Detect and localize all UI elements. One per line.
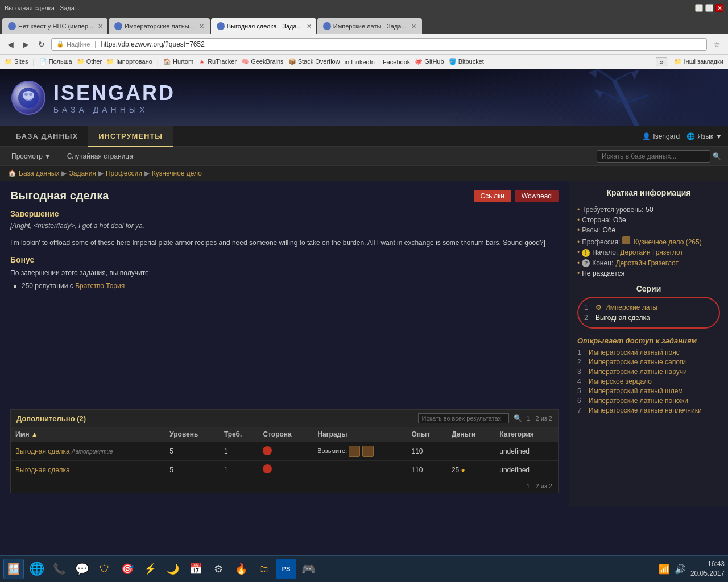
bookmark-import[interactable]: 📁 Імпортовано — [106, 58, 152, 65]
breadcrumb-blacksmithing[interactable]: Кузнечное дело — [152, 169, 202, 177]
nav-tab-tools[interactable]: ИНСТРУМЕНТЫ — [88, 126, 173, 147]
browser-tab-1[interactable]: Нет квест у НПС (импер... ✕ — [2, 18, 107, 34]
opens-link-3[interactable]: Императорские латные наручи — [589, 368, 687, 376]
forward-button[interactable]: ▶ — [20, 39, 32, 50]
info-profession: Профессия: Кузнечное дело (265) — [577, 236, 720, 246]
breadcrumb-quests[interactable]: Задания — [69, 169, 96, 177]
profession-link[interactable]: Кузнечное дело (265) — [634, 238, 701, 246]
taskbar-flash-icon[interactable]: ⚡ — [140, 559, 160, 579]
other-bookmarks[interactable]: 📁 Інші закладки — [674, 58, 723, 65]
bookmark-other[interactable]: 📁 Other — [77, 58, 102, 65]
table-title: Дополнительно (2) — [16, 414, 86, 423]
lock-icon: 🔒 — [56, 40, 64, 48]
row1-req: 1 — [220, 442, 259, 461]
bookmark-polska[interactable]: 📄 Польша — [39, 58, 72, 65]
svg-point-10 — [23, 91, 34, 100]
col-rewards[interactable]: Награды — [313, 427, 407, 442]
tab-close-2[interactable]: ✕ — [199, 23, 204, 30]
taskbar-gear-icon[interactable]: ⚙ — [208, 559, 229, 579]
taskbar-ps-icon[interactable]: PS — [276, 559, 296, 579]
taskbar-calendar-icon[interactable]: 📅 — [185, 559, 206, 579]
end-npc-link[interactable]: Деротайн Грязеглот — [615, 259, 679, 267]
bookmark-facebook[interactable]: f Facebook — [379, 59, 410, 65]
col-req[interactable]: Треб. — [220, 427, 259, 442]
taskbar-moon-icon[interactable]: 🌙 — [163, 559, 183, 579]
search-input[interactable] — [597, 150, 710, 163]
browse-button[interactable]: Просмотр ▼ — [7, 151, 56, 162]
bookmark-linkedin[interactable]: in LinkedIn — [345, 59, 375, 65]
bookmark-bitbucket[interactable]: 🪣 Bitbucket — [449, 58, 484, 65]
opens-link-5[interactable]: Императорский латный шлем — [589, 387, 683, 395]
maximize-button[interactable]: □ — [705, 4, 713, 12]
col-name[interactable]: Имя ▲ — [11, 427, 165, 442]
col-level[interactable]: Уровень — [165, 427, 220, 442]
col-exp[interactable]: Опыт — [407, 427, 447, 442]
bookmark-rutracker[interactable]: 🔺 RuTracker — [198, 58, 237, 65]
bookmark-github[interactable]: 🐙 GitHub — [415, 58, 444, 65]
bookmark-sites[interactable]: 📁 Sites — [5, 58, 28, 65]
nav-lang-button[interactable]: 🌐 Язык ▼ — [686, 132, 722, 140]
close-button[interactable]: ✕ — [715, 4, 723, 12]
opens-link-6[interactable]: Императорские латные поножи — [589, 397, 688, 405]
taskbar-shield-icon[interactable]: 🛡 — [94, 559, 115, 579]
start-button[interactable]: 🪟 — [3, 559, 24, 579]
browser-tab-4[interactable]: Имперские латы - Зада... ✕ — [317, 18, 422, 34]
links-button[interactable]: Ссылки — [474, 190, 511, 202]
tab-close-4[interactable]: ✕ — [411, 23, 416, 30]
taskbar-chrome-icon[interactable]: 🌐 — [26, 559, 47, 579]
bookmark-hurtom[interactable]: 🏠 Hurtom — [163, 58, 193, 65]
tab-title-2: Императорские латны... — [125, 23, 195, 30]
bonus-list: 250 репутации с Братство Тория — [22, 282, 559, 290]
completion-text1: [Aright, <mister/lady>, I got a hot deal… — [10, 222, 559, 230]
wowhead-button[interactable]: Wowhead — [515, 190, 559, 202]
chevron-down-icon: ▼ — [715, 132, 722, 140]
table-header-row: Дополнительно (2) 🔍 1 - 2 из 2 — [11, 410, 558, 427]
bookmarks-more-button[interactable]: » — [656, 57, 667, 66]
tab-close-3[interactable]: ✕ — [307, 23, 312, 30]
row2-exp: 110 — [407, 461, 447, 479]
site-subtitle: БАЗА ДАННЫХ — [53, 105, 175, 114]
taskbar-phone-icon[interactable]: 📞 — [49, 559, 69, 579]
taskbar-filezilla-icon[interactable]: 🗂 — [254, 559, 274, 579]
opens-link-1[interactable]: Императорский латный пояс — [589, 348, 680, 356]
opens-link-4[interactable]: Имперское зерцало — [589, 377, 652, 385]
opens-link-2[interactable]: Императорские латные сапоги — [589, 358, 686, 366]
bookmark-stackoverflow[interactable]: 📦 Stack Overflow — [288, 58, 340, 65]
taskbar-target-icon[interactable]: 🎯 — [117, 559, 138, 579]
opens-link-7[interactable]: Императорские латные наплечники — [589, 406, 702, 414]
col-faction[interactable]: Сторона — [258, 427, 313, 442]
table-search-input[interactable] — [418, 413, 509, 423]
bonus-title: Бонус — [10, 255, 559, 264]
search-icon[interactable]: 🔍 — [713, 152, 721, 160]
taskbar-wow-icon[interactable]: 🎮 — [298, 559, 318, 579]
random-page-button[interactable]: Случайная страница — [63, 151, 138, 162]
browser-tab-2[interactable]: Императорские латны... ✕ — [109, 18, 210, 34]
bookmark-star-button[interactable]: ☆ — [710, 39, 723, 50]
content-right: Краткая информация Требуется уровень: 50… — [569, 181, 728, 507]
table-search-icon[interactable]: 🔍 — [514, 414, 522, 422]
taskbar-skype-icon[interactable]: 💬 — [72, 559, 92, 579]
table-controls: 🔍 1 - 2 из 2 — [418, 413, 552, 423]
breadcrumb-professions[interactable]: Профессии — [106, 169, 142, 177]
bonus-faction-link[interactable]: Братство Тория — [75, 282, 125, 290]
address-bar[interactable]: 🔒 Надійне | https://db.ezwow.org/?quest=… — [51, 38, 707, 51]
minimize-button[interactable]: _ — [695, 4, 703, 12]
table-bottom-count: 1 - 2 из 2 — [11, 479, 558, 493]
browser-tab-3[interactable]: Выгодная сделка - Зада... ✕ — [211, 18, 316, 34]
col-category[interactable]: Категория — [495, 427, 558, 442]
taskbar-fire-icon[interactable]: 🔥 — [231, 559, 251, 579]
breadcrumb-database[interactable]: База данных — [19, 169, 59, 177]
bookmark-geekbrains[interactable]: 🧠 GeekBrains — [241, 58, 284, 65]
quest-title-row: Выгодная сделка Ссылки Wowhead — [10, 189, 559, 202]
series-link-1[interactable]: Имперские латы — [605, 304, 657, 311]
quest-end-icon: ? — [582, 259, 590, 267]
row2-name-link[interactable]: Выгодная сделка — [15, 466, 70, 474]
row1-name-link[interactable]: Выгодная сделка — [15, 447, 70, 455]
reload-button[interactable]: ↻ — [35, 39, 48, 50]
tab-close-1[interactable]: ✕ — [98, 23, 103, 30]
row2-faction — [258, 461, 313, 479]
start-npc-link[interactable]: Деротайн Грязеглот — [620, 248, 683, 256]
col-money[interactable]: Деньги — [447, 427, 495, 442]
nav-tab-database[interactable]: БАЗА ДАННЫХ — [6, 126, 88, 146]
back-button[interactable]: ◀ — [5, 39, 16, 50]
